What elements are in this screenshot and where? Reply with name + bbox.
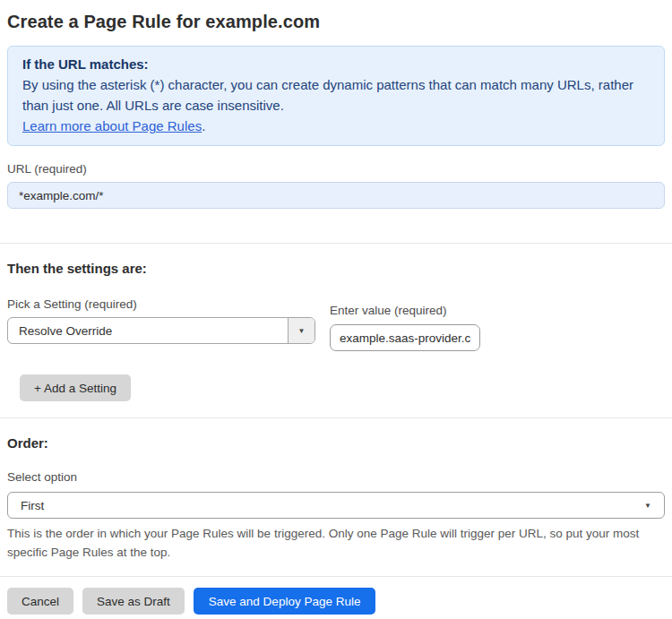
section-divider (0, 417, 672, 418)
setting-select[interactable]: Resolve Override ▼ (7, 317, 315, 344)
settings-row: Pick a Setting (required) Resolve Overri… (7, 297, 665, 351)
order-select-label: Select option (7, 470, 665, 484)
url-match-info-box: If the URL matches: By using the asteris… (7, 46, 665, 146)
pick-setting-column: Pick a Setting (required) Resolve Overri… (7, 297, 315, 344)
save-and-deploy-button[interactable]: Save and Deploy Page Rule (194, 588, 376, 615)
info-box-heading: If the URL matches: (22, 54, 650, 74)
enter-value-label: Enter value (required) (330, 304, 480, 317)
chevron-down-icon[interactable]: ▼ (288, 318, 314, 343)
order-select-value: First (21, 499, 44, 512)
url-field-label: URL (required) (7, 162, 665, 176)
pick-setting-label: Pick a Setting (required) (7, 297, 315, 311)
settings-section-heading: Then the settings are: (7, 261, 665, 276)
info-box-link-line: Learn more about Page Rules. (22, 116, 650, 136)
order-section-heading: Order: (7, 435, 665, 451)
setting-select-value: Resolve Override (8, 324, 288, 338)
setting-value-input[interactable] (330, 324, 480, 351)
cancel-button[interactable]: Cancel (7, 588, 73, 615)
save-as-draft-button[interactable]: Save as Draft (82, 588, 185, 615)
info-box-body: By using the asterisk (*) character, you… (22, 74, 650, 116)
enter-value-column: Enter value (required) (330, 304, 480, 351)
add-setting-button[interactable]: + Add a Setting (20, 374, 131, 401)
page-rule-form: Create a Page Rule for example.com If th… (0, 12, 672, 615)
link-period: . (202, 118, 205, 133)
footer-divider (0, 576, 672, 577)
chevron-down-icon: ▼ (644, 502, 651, 510)
page-title: Create a Page Rule for example.com (7, 12, 665, 32)
url-input[interactable] (7, 182, 665, 209)
learn-more-link[interactable]: Learn more about Page Rules (22, 118, 202, 133)
section-divider (0, 243, 672, 244)
footer-buttons: Cancel Save as Draft Save and Deploy Pag… (7, 588, 665, 615)
order-select[interactable]: First ▼ (7, 492, 665, 519)
order-help-text: This is the order in which your Page Rul… (7, 524, 642, 562)
